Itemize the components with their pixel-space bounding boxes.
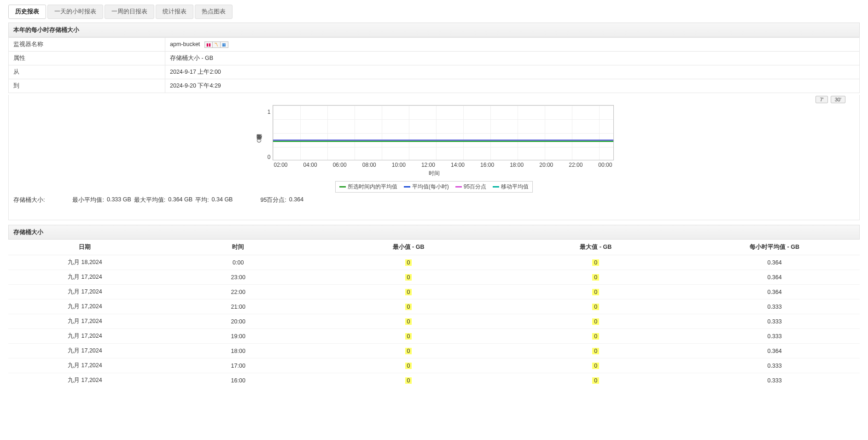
tab-history[interactable]: 历史报表 bbox=[8, 5, 46, 19]
table-row: 九月 17,202416:00000.333 bbox=[8, 373, 860, 388]
info-table: 监视器名称 apm-bucket ▮▮ 〽 ▦ 属性 存储桶大小 - GB 从 … bbox=[8, 37, 860, 93]
col-min: 最小值 - GB bbox=[315, 240, 502, 255]
table-row: 九月 17,202422:00000.364 bbox=[8, 285, 860, 299]
cell-time: 16:00 bbox=[162, 373, 315, 388]
cell-avg: 0.333 bbox=[689, 373, 860, 388]
cell-min: 0 bbox=[315, 344, 502, 358]
cell-max: 0 bbox=[502, 285, 689, 299]
zoom-7-button[interactable]: 7' bbox=[816, 96, 827, 103]
min-avg-label: 最小平均值: bbox=[72, 196, 104, 204]
monitor-name-value: apm-bucket ▮▮ 〽 ▦ bbox=[165, 38, 860, 52]
xtick: 02:00 bbox=[274, 162, 288, 168]
bar-chart-icon[interactable]: ▮▮ bbox=[204, 41, 213, 48]
zoom-30-button[interactable]: 30' bbox=[831, 96, 845, 103]
legend-swatch-icon bbox=[493, 186, 499, 188]
cell-min: 0 bbox=[315, 314, 502, 329]
cell-min: 0 bbox=[315, 358, 502, 373]
table-row: 九月 17,202419:00000.333 bbox=[8, 329, 860, 344]
cell-max: 0 bbox=[502, 270, 689, 285]
cell-avg: 0.364 bbox=[689, 270, 860, 285]
col-time: 时间 bbox=[162, 240, 315, 255]
cell-avg: 0.333 bbox=[689, 314, 860, 329]
xtick: 04:00 bbox=[303, 162, 317, 168]
cell-avg: 0.333 bbox=[689, 299, 860, 314]
avg-value: 0.34 GB bbox=[212, 196, 233, 204]
xtick: 14:00 bbox=[451, 162, 465, 168]
cell-avg: 0.364 bbox=[689, 344, 860, 358]
cell-time: 17:00 bbox=[162, 358, 315, 373]
from-value: 2024-9-17 上午2:00 bbox=[165, 65, 860, 79]
tab-stats[interactable]: 统计报表 bbox=[156, 5, 193, 19]
table-row: 九月 17,202423:00000.364 bbox=[8, 270, 860, 285]
cell-avg: 0.364 bbox=[689, 285, 860, 299]
p95-value: 0.364 bbox=[289, 196, 303, 204]
cell-time: 18:00 bbox=[162, 344, 315, 358]
cell-date: 九月 17,2024 bbox=[8, 329, 162, 344]
section-title: 本年的每小时存储桶大小 bbox=[8, 23, 860, 37]
p95-label: 95百分点: bbox=[260, 196, 286, 204]
cell-time: 0:00 bbox=[162, 255, 315, 270]
col-avg: 每小时平均值 - GB bbox=[689, 240, 860, 255]
series-selected-avg bbox=[273, 141, 613, 142]
tab-hourly-day[interactable]: 一天的小时报表 bbox=[47, 5, 103, 19]
cell-date: 九月 17,2024 bbox=[8, 373, 162, 388]
ytick-0: 0 bbox=[266, 154, 271, 160]
line-chart-icon[interactable]: 〽 bbox=[212, 41, 221, 48]
cell-min: 0 bbox=[315, 329, 502, 344]
chart-panel: 7' 30' 存储桶大小 GB 1 0 02:00 04:00 bbox=[8, 95, 860, 220]
stats-summary: 存储桶大小: 最小平均值: 0.333 GB 最大平均值: 0.364 GB 平… bbox=[12, 193, 856, 211]
cell-avg: 0.364 bbox=[689, 255, 860, 270]
tab-heatmap[interactable]: 热点图表 bbox=[195, 5, 233, 19]
legend-label: 95百分点 bbox=[464, 183, 486, 191]
col-max: 最大值 - GB bbox=[502, 240, 689, 255]
metric-name: 存储桶大小: bbox=[13, 196, 45, 204]
table-row: 九月 17,202421:00000.333 bbox=[8, 299, 860, 314]
legend-swatch-icon bbox=[404, 186, 410, 188]
cell-date: 九月 17,2024 bbox=[8, 299, 162, 314]
legend-swatch-icon bbox=[339, 186, 346, 188]
monitor-name-text: apm-bucket bbox=[170, 41, 200, 47]
legend-label: 平均值(每小时) bbox=[412, 183, 449, 191]
cell-time: 22:00 bbox=[162, 285, 315, 299]
monitor-name-label: 监视器名称 bbox=[9, 38, 165, 52]
table-icon[interactable]: ▦ bbox=[220, 41, 228, 48]
xtick: 00:00 bbox=[598, 162, 612, 168]
ytick-1: 1 bbox=[266, 109, 271, 115]
cell-date: 九月 17,2024 bbox=[8, 270, 162, 285]
cell-date: 九月 17,2024 bbox=[8, 314, 162, 329]
xtick: 22:00 bbox=[569, 162, 583, 168]
chart-plot: 02:00 04:00 06:00 08:00 10:00 12:00 14:0… bbox=[273, 105, 614, 160]
xtick: 16:00 bbox=[480, 162, 494, 168]
chart-legend: 所选时间内的平均值 平均值(每小时) 95百分点 移动平均值 bbox=[335, 181, 533, 193]
legend-label: 所选时间内的平均值 bbox=[348, 183, 397, 191]
xtick: 10:00 bbox=[392, 162, 406, 168]
to-label: 到 bbox=[9, 79, 165, 93]
xtick: 06:00 bbox=[333, 162, 347, 168]
cell-min: 0 bbox=[315, 299, 502, 314]
from-label: 从 bbox=[9, 65, 165, 79]
chart-yticks: 1 0 bbox=[264, 105, 273, 174]
xtick: 18:00 bbox=[510, 162, 524, 168]
attribute-value: 存储桶大小 - GB bbox=[165, 52, 860, 65]
report-tabs: 历史报表 一天的小时报表 一周的日报表 统计报表 热点图表 bbox=[8, 5, 860, 19]
xtick: 12:00 bbox=[421, 162, 435, 168]
cell-min: 0 bbox=[315, 373, 502, 388]
cell-max: 0 bbox=[502, 299, 689, 314]
cell-time: 19:00 bbox=[162, 329, 315, 344]
max-avg-label: 最大平均值: bbox=[134, 196, 165, 204]
cell-time: 21:00 bbox=[162, 299, 315, 314]
tab-daily-week[interactable]: 一周的日报表 bbox=[105, 5, 154, 19]
table-row: 九月 17,202418:00000.364 bbox=[8, 344, 860, 358]
xtick: 08:00 bbox=[362, 162, 376, 168]
cell-max: 0 bbox=[502, 358, 689, 373]
to-value: 2024-9-20 下午4:29 bbox=[165, 79, 860, 93]
cell-min: 0 bbox=[315, 270, 502, 285]
table-row: 九月 17,202420:00000.333 bbox=[8, 314, 860, 329]
cell-date: 九月 17,2024 bbox=[8, 344, 162, 358]
table-row: 九月 18,20240:00000.364 bbox=[8, 255, 860, 270]
chart-xticks: 02:00 04:00 06:00 08:00 10:00 12:00 14:0… bbox=[273, 162, 613, 168]
cell-date: 九月 18,2024 bbox=[8, 255, 162, 270]
legend-swatch-icon bbox=[455, 186, 462, 188]
cell-max: 0 bbox=[502, 373, 689, 388]
chart-ylabel: 存储桶大小 GB bbox=[255, 105, 264, 174]
